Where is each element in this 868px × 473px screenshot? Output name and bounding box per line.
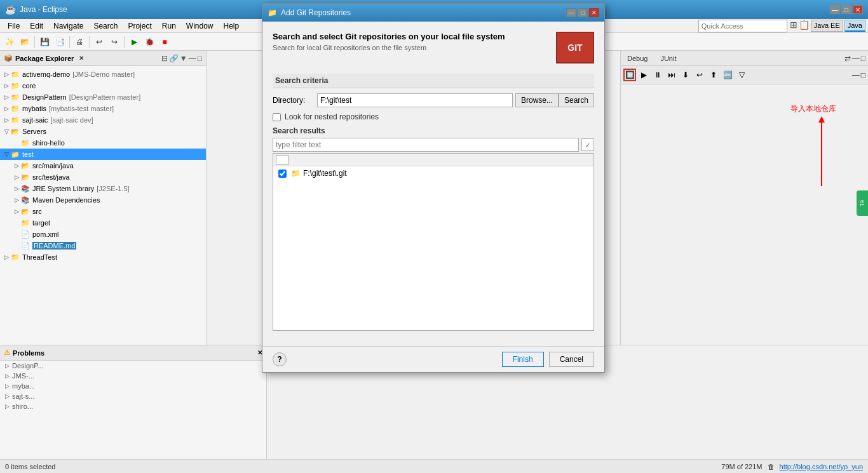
tree-item-jre[interactable]: ▷ 📚 JRE System Library [J2SE-1.5] [0,183,206,194]
result-item-git[interactable]: 📁 F:\git\test\.git [273,166,593,180]
finish-button[interactable]: Finish [502,352,544,367]
problem-item-mybatis[interactable]: ▷ myba... [0,381,266,391]
minimize-button[interactable]: — [830,5,840,14]
problem-item-shiro[interactable]: ▷ shiro... [0,401,266,411]
memory-usage: 79M of 221M [721,463,762,470]
save-all-button[interactable]: 📑 [53,35,67,49]
toolbar-icon-2[interactable]: 📋 [799,20,810,32]
tree-item-sajt[interactable]: ▷ 📁 sajt-saic [sajt-saic dev] [0,114,206,126]
nested-repos-checkbox[interactable] [273,113,281,121]
nested-repos-label[interactable]: Look for nested repositories [285,112,379,121]
modal-close-button[interactable]: ✕ [589,8,599,17]
project-icon: 📁 [10,92,20,102]
perspective-java[interactable]: Java [844,20,865,32]
print-button[interactable]: 🖨 [72,35,86,49]
sidebar-menu-icon[interactable]: ▼ [180,54,187,63]
tree-item-src[interactable]: ▷ 📂 src [0,206,206,217]
close-button[interactable]: ✕ [853,5,863,14]
debug-icon-5[interactable]: ⬇ [679,69,692,81]
run-button[interactable]: ▶ [127,35,141,49]
minimize-icon[interactable]: — [852,70,860,79]
search-button[interactable]: Search [559,93,594,107]
debug-icon-6[interactable]: ↩ [693,69,706,81]
package-explorer-icon: 📦 [4,54,13,62]
tree-item-threadtest[interactable]: ▷ 📁 ThreadTest [0,251,206,263]
modal-minimize-button[interactable]: — [566,8,576,17]
quick-access-input[interactable] [698,20,787,32]
perspective-java-ee[interactable]: Java EE [811,20,843,32]
cancel-button[interactable]: Cancel [549,352,594,367]
tree-item-designpattern[interactable]: ▷ 📁 DesignPattern [DesignPattern master] [0,91,206,103]
sync-icon[interactable]: ⇄ [844,54,851,63]
redo-button[interactable]: ↪ [107,35,121,49]
debug-button[interactable]: 🐞 [142,35,156,49]
green-side-tab[interactable]: 61 [857,190,868,216]
maximize-button[interactable]: □ [841,5,851,14]
status-items-selected: 0 items selected [5,463,55,470]
menu-help[interactable]: Help [219,20,245,32]
open-button[interactable]: 📂 [18,35,32,49]
menu-project[interactable]: Project [123,20,156,32]
menu-search[interactable]: Search [88,20,123,32]
tree-item-pom[interactable]: 📄 pom.xml [0,229,206,240]
save-button[interactable]: 💾 [37,35,51,49]
tree-item-src-test[interactable]: ▷ 📂 src/test/java [0,171,206,183]
tree-label: sajt-saic [22,116,48,124]
tab-junit[interactable]: JUnit [656,53,680,63]
minimize-panel-icon[interactable]: — [852,54,860,63]
tree-item-test[interactable]: ▽ 📁 test [0,149,206,160]
sidebar-minimize-icon[interactable]: — [189,54,196,63]
tree-item-src-main[interactable]: ▷ 📂 src/main/java [0,160,206,171]
gc-icon[interactable]: 🗑 [768,463,775,470]
tree-label: activemq-demo [22,70,70,78]
menu-window[interactable]: Window [181,20,219,32]
tree-item-maven[interactable]: ▷ 📚 Maven Dependencies [0,194,206,206]
tab-debug[interactable]: Debug [623,53,651,63]
menu-navigate[interactable]: Navigate [48,20,88,32]
results-filter-input[interactable] [273,138,579,152]
browse-button[interactable]: Browse... [515,93,559,107]
directory-input[interactable] [317,93,513,107]
result-item-checkbox[interactable] [278,170,287,178]
collapse-all-icon[interactable]: ⊟ [161,54,168,63]
new-button[interactable]: ✨ [3,35,17,49]
tree-item-core[interactable]: ▷ 📁 core [0,80,206,91]
tree-item-readme[interactable]: 📄 README.md [0,240,206,251]
problems-header: ⚠ Problems ✕ [0,345,266,361]
modal-maximize-button[interactable]: □ [578,8,588,17]
sidebar-maximize-icon[interactable]: □ [198,54,202,63]
maximize-icon[interactable]: □ [861,70,865,79]
sidebar-close-icon[interactable]: ✕ [79,55,84,62]
debug-icon-2[interactable]: ▶ [637,69,650,81]
menu-file[interactable]: File [3,20,25,32]
bottom-tabs: Debug JUnit [623,53,680,63]
debug-icon-4[interactable]: ⏭ [665,69,678,81]
link-with-editor-icon[interactable]: 🔗 [169,54,179,63]
debug-icon-9[interactable]: ▽ [735,69,748,81]
tree-item-servers[interactable]: ▽ 📂 Servers [0,126,206,137]
header-checkbox[interactable] [276,155,288,165]
undo-button[interactable]: ↩ [92,35,106,49]
debug-icon-8[interactable]: 🔤 [721,69,734,81]
modal-footer-right: Finish Cancel [502,352,594,367]
stop-button[interactable]: ■ [158,35,172,49]
maximize-panel-icon[interactable]: □ [861,54,865,63]
tree-item-activemq[interactable]: ▷ 📁 activemq-demo [JMS-Demo master] [0,69,206,80]
debug-icon-1[interactable]: 🔲 [623,69,636,81]
toolbar-icon-1[interactable]: ⊞ [790,20,797,32]
tree-item-mybatis[interactable]: ▷ 📁 mybatis [mybatis-test master] [0,103,206,114]
tree-item-target[interactable]: 📁 target [0,217,206,229]
tree-item-shiro[interactable]: 📁 shiro-hello [0,137,206,149]
problem-item-jms[interactable]: ▷ JMS-... [0,371,266,381]
problem-item-sajt[interactable]: ▷ sajt-s... [0,391,266,401]
expand-arrow: ▷ [3,117,10,123]
debug-icon-3[interactable]: ⏸ [651,69,664,81]
debug-icon-7[interactable]: ⬆ [707,69,720,81]
menu-run[interactable]: Run [157,20,181,32]
problem-item-design[interactable]: ▷ DesignP... [0,361,266,371]
help-button[interactable]: ? [273,352,287,366]
menu-edit[interactable]: Edit [25,20,48,32]
problems-title: Problems [13,349,44,357]
expand-arrow: ▽ [3,128,10,135]
select-all-checkbox[interactable]: ✓ [581,138,594,151]
